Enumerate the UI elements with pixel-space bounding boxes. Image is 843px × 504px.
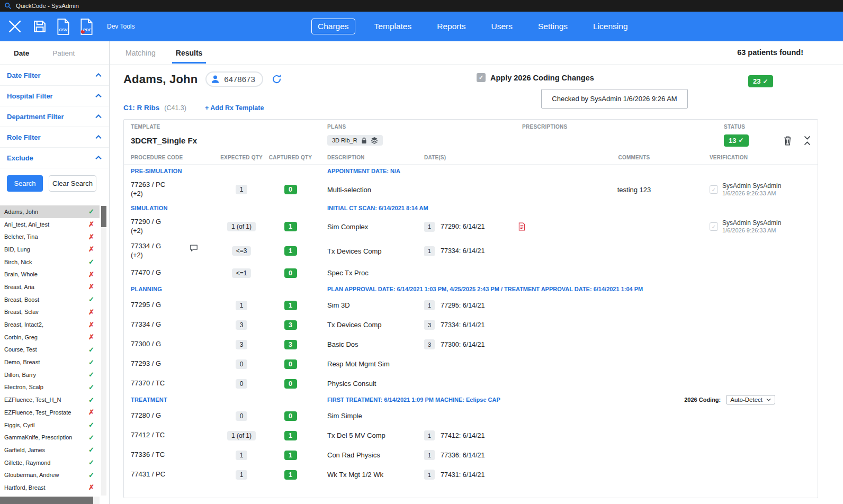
filter-hospital-filter[interactable]: Hospital Filter (0, 86, 109, 106)
expected-qty-badge: 1 (of 1) (227, 431, 256, 440)
captured-qty-badge[interactable]: 1 (284, 222, 297, 231)
captured-qty-badge[interactable]: 0 (284, 185, 297, 194)
search-button[interactable]: Search (7, 175, 43, 192)
export-pdf-icon[interactable]: PDF (79, 19, 94, 35)
add-rx-template-link[interactable]: + Add Rx Template (205, 104, 264, 112)
refresh-icon[interactable] (271, 74, 282, 85)
patient-list-item[interactable]: Belcher, Tina✗ (0, 230, 100, 243)
captured-qty-badge[interactable]: 3 (284, 340, 297, 349)
svg-text:PDF: PDF (83, 28, 92, 32)
date-text: 77431: 6/14/21 (441, 471, 485, 479)
procedure-code-cell: 77300 / G (124, 340, 218, 349)
date-text: 77334: 6/14/21 (441, 321, 485, 329)
patient-list-item[interactable]: EZFluence, Test_H_N✓ (0, 393, 100, 406)
captured-qty-badge[interactable]: 1 (284, 451, 297, 460)
filter-role-filter[interactable]: Role Filter (0, 127, 109, 148)
verification-checkbox[interactable]: ✓ (710, 185, 718, 194)
filter-department-filter[interactable]: Department Filter (0, 106, 109, 127)
col-prescriptions: PRESCRIPTIONS (515, 124, 717, 130)
nav-templates[interactable]: Templates (368, 19, 418, 34)
tab-matching[interactable]: Matching (125, 49, 156, 57)
tab-results[interactable]: Results (176, 49, 203, 57)
app-toolbar: CSV PDF Dev Tools ChargesTemplatesReport… (0, 12, 843, 41)
verification-checkbox[interactable]: ✓ (710, 222, 718, 231)
patient-header: Adams, John 6478673 (123, 71, 282, 87)
filter-date-filter[interactable]: Date Filter (0, 65, 109, 86)
patient-list-item[interactable]: Breast, Aria✗ (0, 281, 100, 293)
filter-exclude[interactable]: Exclude (0, 148, 109, 168)
patient-list-item[interactable]: Figgis, Cyril✓ (0, 419, 100, 431)
patient-list-item[interactable]: Electron, Scalp✓ (0, 381, 100, 394)
patient-list-item[interactable]: EZFluence, Test_Prostate✗ (0, 406, 100, 419)
verified-by: SysAdmin SysAdmin (722, 219, 781, 227)
patient-list-item[interactable]: Adams, John✓ (0, 205, 100, 218)
patient-list-item[interactable]: GammaKnife, Prescription✓ (0, 431, 100, 444)
check-icon: ✓ (88, 208, 94, 215)
procedure-description: Wk Tx Mgt 1/2 Wk (316, 471, 419, 479)
captured-qty-badge[interactable]: 0 (284, 411, 297, 421)
export-csv-icon[interactable]: CSV (56, 19, 70, 35)
patient-list-item[interactable]: Birch, Nick✓ (0, 256, 100, 268)
captured-qty-badge[interactable]: 0 (284, 268, 297, 278)
procedure-row: 77336 / TC11Con Rad Physics177336: 6/14/… (124, 445, 818, 465)
patient-name: Ani_test, Ani_test (4, 221, 49, 228)
patient-list-item[interactable]: Gillette, Raymond✓ (0, 456, 100, 469)
patient-list-item[interactable]: Hartford, Breast✗ (0, 481, 100, 494)
patient-list-item[interactable]: Breast, Intact2,✗ (0, 318, 100, 331)
captured-qty-badge[interactable]: 0 (284, 379, 297, 389)
patient-list-item[interactable]: Demo, Breast✓ (0, 356, 100, 368)
captured-qty-badge[interactable]: 1 (284, 470, 297, 480)
nav-reports[interactable]: Reports (431, 19, 472, 34)
verification-cell: ✓SysAdmin SysAdmin1/6/2026 9:26:33 AM (701, 219, 818, 235)
nav-charges[interactable]: Charges (311, 19, 355, 34)
plan-badge[interactable]: 3D Rib_R (327, 135, 383, 146)
captured-qty-badge[interactable]: 1 (284, 246, 297, 256)
sidebar-tab-patient[interactable]: Patient (52, 49, 75, 57)
patient-list-item[interactable]: Breast, Boost✓ (0, 293, 100, 306)
check-icon: ✓ (479, 74, 483, 81)
captured-qty-badge[interactable]: 3 (284, 320, 297, 330)
apply-coding-label: Apply 2026 Coding Changes (490, 74, 594, 82)
clear-search-button[interactable]: Clear Search (49, 175, 96, 192)
patient-list-item[interactable]: Course, Test✓ (0, 344, 100, 356)
captured-qty-cell: 0 (265, 185, 316, 194)
patient-list-item[interactable]: Glouberman, Andrew✓ (0, 469, 100, 481)
chevron-up-icon[interactable] (804, 141, 811, 146)
patient-list-item[interactable]: BID, Lung✗ (0, 243, 100, 256)
scrollbar-thumb[interactable] (101, 206, 106, 227)
chevron-down-icon[interactable] (804, 136, 811, 140)
prescription-document-icon[interactable] (518, 222, 525, 231)
sidebar-tab-date[interactable]: Date (14, 49, 29, 57)
apply-coding-checkbox[interactable]: ✓ (477, 73, 486, 82)
patient-list-item[interactable]: Corbin, Greg✗ (0, 331, 100, 344)
scrollbar-thumb[interactable] (0, 497, 93, 504)
save-icon[interactable] (32, 19, 47, 34)
col-plans: PLANS (320, 124, 515, 130)
patient-list-item[interactable]: Ani_test, Ani_test✗ (0, 218, 100, 231)
main-nav: ChargesTemplatesReportsUsersSettingsLice… (311, 12, 634, 41)
coding-2026-select[interactable]: Auto-Detect (726, 395, 775, 404)
delete-template-icon[interactable] (783, 136, 792, 146)
close-icon[interactable] (6, 18, 23, 35)
total-captured-count: 23 (753, 77, 760, 85)
patient-list-item[interactable]: Garfield, James✓ (0, 444, 100, 456)
expected-qty-badge: 1 (236, 185, 248, 194)
course-label[interactable]: C1: R Ribs (123, 104, 159, 112)
filter-label: Hospital Filter (7, 92, 53, 100)
col-captured-qty: CAPTURED QTY (265, 155, 316, 160)
patient-list-item[interactable]: Dillon, Barry✓ (0, 368, 100, 381)
captured-qty-badge[interactable]: 1 (284, 301, 297, 310)
nav-users[interactable]: Users (485, 19, 519, 34)
patient-list-item[interactable]: Breast, Sclav✗ (0, 306, 100, 319)
verified-at: 1/6/2026 9:26:33 AM (722, 227, 781, 235)
patient-list-item[interactable]: Brain, Whole✗ (0, 268, 100, 281)
patient-list-horizontal-scrollbar[interactable] (0, 497, 100, 504)
nav-licensing[interactable]: Licensing (587, 19, 634, 34)
date-text: 77295: 6/14/21 (441, 302, 485, 309)
captured-qty-badge[interactable]: 1 (284, 431, 297, 440)
patient-list-vertical-scrollbar[interactable] (101, 205, 106, 496)
nav-settings[interactable]: Settings (532, 19, 574, 34)
comments-cell[interactable]: testing 123 (567, 186, 701, 194)
captured-qty-badge[interactable]: 0 (284, 359, 297, 369)
comment-icon[interactable] (190, 244, 198, 252)
